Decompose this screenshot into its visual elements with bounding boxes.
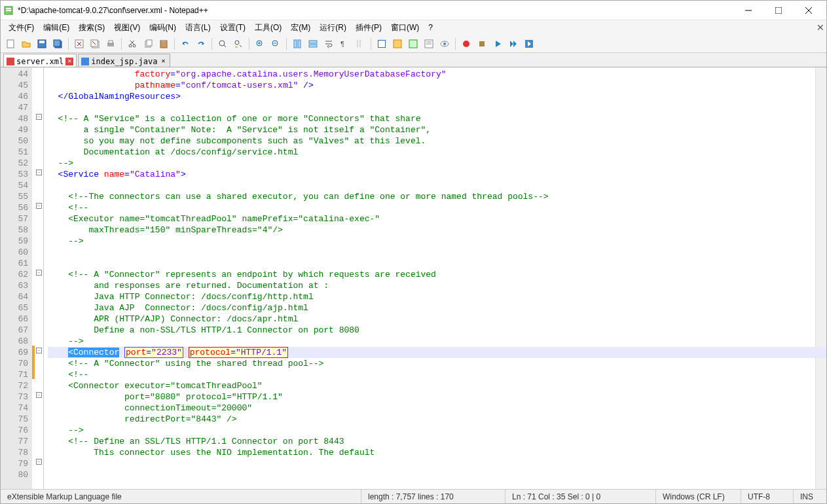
status-mode[interactable]: INS — [794, 490, 826, 503]
zoom-out-icon[interactable] — [268, 37, 283, 51]
svg-line-29 — [224, 45, 226, 47]
svg-rect-2 — [6, 10, 11, 11]
status-position: Ln : 71 Col : 35 Sel : 0 | 0 — [505, 490, 656, 503]
tab-index-jsp[interactable]: index_jsp.java ✕ — [78, 54, 170, 67]
toolbar: ¶ — [1, 35, 826, 53]
svg-rect-4 — [775, 7, 782, 14]
svg-rect-1 — [6, 8, 11, 9]
sync-v-icon[interactable] — [290, 37, 304, 51]
menu-encoding[interactable]: 编码(N) — [145, 21, 180, 35]
save-icon[interactable] — [35, 37, 49, 51]
cut-icon[interactable] — [125, 37, 139, 51]
close-button[interactable] — [794, 1, 824, 20]
svg-text:¶: ¶ — [340, 40, 344, 48]
menu-settings[interactable]: 设置(T) — [216, 21, 249, 35]
svg-point-21 — [133, 45, 136, 47]
menu-edit[interactable]: 编辑(E) — [39, 21, 73, 35]
svg-point-28 — [219, 41, 225, 46]
save-macro-icon[interactable] — [522, 37, 536, 51]
svg-rect-46 — [409, 40, 417, 48]
code-content[interactable]: factory="org.apache.catalina.users.Memor… — [44, 67, 815, 489]
svg-rect-44 — [378, 41, 385, 47]
svg-rect-53 — [479, 41, 485, 46]
tab-close-icon[interactable]: ✕ — [65, 58, 73, 65]
statusbar: eXtensible Markup Language file length :… — [1, 489, 826, 503]
tab-close-icon[interactable]: ✕ — [159, 58, 167, 65]
svg-rect-7 — [7, 40, 14, 48]
window-title: *D:\apache-tomcat-9.0.27\conf\server.xml… — [18, 6, 733, 15]
svg-rect-36 — [294, 40, 297, 48]
svg-rect-11 — [54, 40, 60, 46]
saved-file-icon — [81, 58, 89, 65]
tab-label: server.xml — [16, 57, 64, 66]
save-all-icon[interactable] — [50, 37, 65, 51]
status-filetype: eXtensible Markup Language file — [1, 490, 361, 503]
svg-rect-37 — [298, 40, 301, 48]
minimize-button[interactable] — [733, 1, 763, 20]
menu-window[interactable]: 窗口(W) — [387, 21, 423, 35]
secondary-close-icon[interactable]: ✕ — [817, 22, 824, 33]
svg-rect-25 — [147, 40, 152, 46]
indent-guide-icon[interactable] — [353, 37, 367, 51]
svg-rect-38 — [309, 41, 317, 43]
find-icon[interactable] — [215, 37, 230, 51]
show-all-chars-icon[interactable]: ¶ — [337, 37, 352, 51]
doc-map-icon[interactable] — [375, 37, 389, 51]
status-encoding[interactable]: UTF-8 — [741, 490, 794, 503]
sync-h-icon[interactable] — [306, 37, 320, 51]
titlebar: *D:\apache-tomcat-9.0.27\conf\server.xml… — [1, 1, 826, 20]
modified-file-icon — [7, 58, 14, 65]
app-window: *D:\apache-tomcat-9.0.27\conf\server.xml… — [0, 0, 827, 504]
play-macro-icon[interactable] — [490, 37, 505, 51]
status-length: length : 7,757 lines : 170 — [361, 490, 505, 503]
menubar: 文件(F) 编辑(E) 搜索(S) 视图(V) 编码(N) 语言(L) 设置(T… — [1, 20, 826, 35]
wordwrap-icon[interactable] — [322, 37, 336, 51]
maximize-button[interactable] — [763, 1, 794, 20]
svg-point-30 — [235, 41, 239, 45]
doc-list-icon[interactable] — [422, 37, 436, 51]
menu-help[interactable]: ? — [424, 22, 437, 33]
line-number-gutter: 4445464748495051525354555657585960616263… — [1, 67, 32, 489]
func-list-icon[interactable] — [390, 37, 405, 51]
tab-server-xml[interactable]: server.xml ✕ — [3, 54, 77, 67]
tabbar: server.xml ✕ index_jsp.java ✕ — [1, 53, 826, 67]
svg-rect-19 — [109, 41, 113, 43]
redo-icon[interactable] — [194, 37, 208, 51]
play-multi-icon[interactable] — [506, 37, 521, 51]
svg-rect-9 — [39, 41, 45, 43]
new-file-icon[interactable] — [3, 37, 18, 51]
print-icon[interactable] — [103, 37, 118, 51]
svg-point-52 — [463, 41, 469, 47]
menu-macro[interactable]: 宏(M) — [287, 21, 314, 35]
svg-rect-39 — [309, 45, 317, 47]
copy-icon[interactable] — [141, 37, 155, 51]
zoom-in-icon[interactable] — [253, 37, 267, 51]
close-file-icon[interactable] — [72, 37, 86, 51]
folder-workspace-icon[interactable] — [406, 37, 420, 51]
record-macro-icon[interactable] — [459, 37, 473, 51]
menu-file[interactable]: 文件(F) — [5, 21, 38, 35]
undo-icon[interactable] — [178, 37, 193, 51]
tab-label: index_jsp.java — [91, 57, 157, 66]
svg-rect-27 — [162, 40, 166, 42]
fold-column[interactable]: −−−−−−− — [35, 67, 44, 489]
menu-run[interactable]: 运行(R) — [316, 21, 350, 35]
svg-point-20 — [129, 45, 132, 47]
menu-tools[interactable]: 工具(O) — [251, 21, 285, 35]
close-all-icon[interactable] — [88, 37, 102, 51]
open-file-icon[interactable] — [19, 37, 33, 51]
menu-view[interactable]: 视图(V) — [110, 21, 144, 35]
status-eol[interactable]: Windows (CR LF) — [656, 490, 741, 503]
menu-search[interactable]: 搜索(S) — [75, 21, 109, 35]
svg-point-51 — [443, 43, 446, 45]
monitoring-icon[interactable] — [437, 37, 452, 51]
svg-rect-45 — [394, 40, 401, 48]
menu-language[interactable]: 语言(L) — [181, 21, 215, 35]
editor-area[interactable]: 4445464748495051525354555657585960616263… — [1, 67, 826, 489]
menu-plugins[interactable]: 插件(P) — [352, 21, 386, 35]
stop-macro-icon[interactable] — [475, 37, 489, 51]
app-icon — [3, 5, 14, 16]
paste-icon[interactable] — [156, 37, 171, 51]
vertical-scrollbar[interactable] — [815, 67, 826, 489]
replace-icon[interactable] — [231, 37, 246, 51]
